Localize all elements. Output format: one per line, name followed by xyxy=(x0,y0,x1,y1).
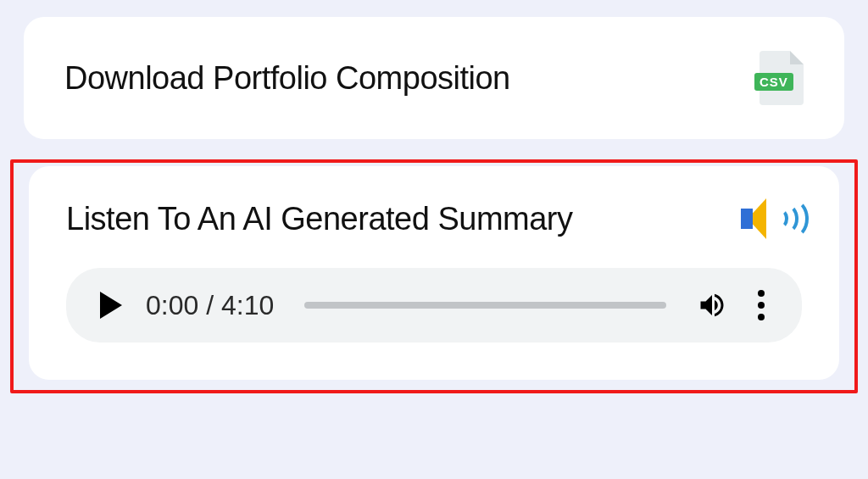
audio-player: 0:00 / 4:10 xyxy=(66,268,802,343)
download-portfolio-card[interactable]: Download Portfolio Composition CSV xyxy=(24,17,844,139)
download-card-row: Download Portfolio Composition CSV xyxy=(64,51,804,105)
audio-time-separator: / xyxy=(198,290,221,320)
sound-waves-icon xyxy=(776,198,800,239)
speaker-body-icon xyxy=(741,198,775,239)
audio-current-time: 0:00 xyxy=(146,290,198,320)
audio-duration: 4:10 xyxy=(221,290,274,320)
audio-progress-bar[interactable] xyxy=(304,302,666,309)
audio-time-display: 0:00 / 4:10 xyxy=(146,290,274,321)
csv-icon-label: CSV xyxy=(754,73,793,91)
play-button[interactable] xyxy=(100,292,122,319)
summary-highlight-box: Listen To An AI Generated Summary 0:00 /… xyxy=(10,159,858,393)
speaker-icon xyxy=(741,197,802,241)
download-card-title: Download Portfolio Composition xyxy=(64,60,510,97)
volume-button[interactable] xyxy=(697,290,727,320)
summary-card-row: Listen To An AI Generated Summary xyxy=(66,197,802,241)
ai-summary-card: Listen To An AI Generated Summary 0:00 /… xyxy=(29,166,839,380)
csv-icon-fold xyxy=(790,51,804,64)
audio-more-menu[interactable] xyxy=(751,287,771,324)
csv-file-icon[interactable]: CSV xyxy=(760,51,804,105)
summary-card-title: Listen To An AI Generated Summary xyxy=(66,201,572,237)
